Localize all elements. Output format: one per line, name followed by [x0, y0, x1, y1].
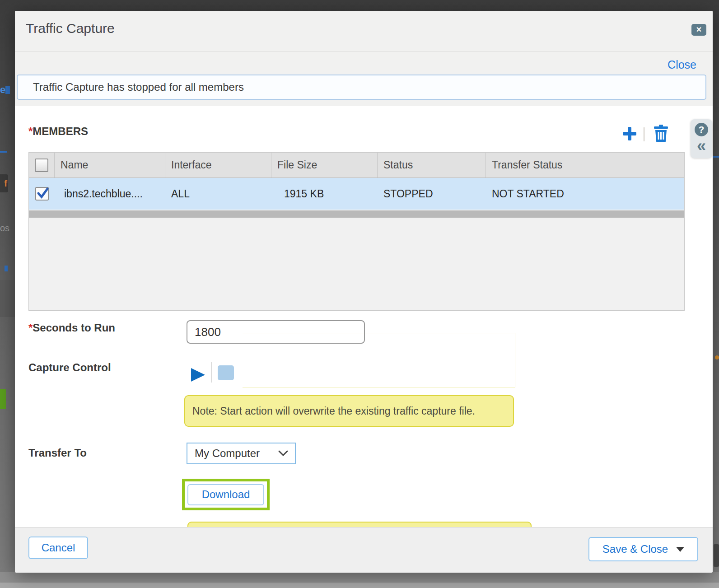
backdrop-fragment [0, 280, 15, 317]
members-section-label: *MEMBERS [28, 125, 88, 138]
column-header-interface[interactable]: Interface [165, 153, 271, 177]
select-all-cell [29, 153, 55, 177]
screen: e f os Traffic Capture ✕ Close Traffic C… [0, 0, 719, 588]
help-flyout: ? « [691, 119, 712, 158]
cell-status: STOPPED [378, 188, 486, 200]
overwrite-note: Note: Start action will overwrite the ex… [184, 395, 514, 427]
backdrop-fragment: f [0, 174, 8, 192]
seconds-to-run-label: *Seconds to Run [28, 322, 115, 334]
cell-interface: ALL [165, 188, 271, 200]
transfer-to-label: Transfer To [28, 447, 87, 459]
save-close-label: Save & Close [602, 543, 668, 555]
members-table-header: Name Interface File Size Status Transfer… [29, 153, 684, 178]
notification-banner: Traffic Capture has stopped for all memb… [17, 75, 706, 100]
check-icon [37, 187, 49, 201]
backdrop-fragment [0, 151, 7, 153]
plus-icon [622, 126, 637, 141]
capture-control-label: Capture Control [28, 361, 111, 374]
play-icon[interactable] [191, 368, 205, 382]
save-close-button[interactable]: Save & Close [588, 537, 698, 561]
chevron-down-icon [278, 450, 289, 457]
backdrop-fragment: e [0, 84, 5, 96]
backdrop-scrollbar[interactable] [714, 544, 719, 567]
overwrite-note-text: Note: Start action will overwrite the ex… [192, 405, 475, 417]
cancel-button[interactable]: Cancel [28, 537, 88, 559]
row-select-cell [29, 187, 55, 201]
toolbar-divider [644, 127, 644, 141]
table-row[interactable]: ibns2.techblue.... ALL 1915 KB STOPPED N… [29, 178, 684, 210]
required-marker: * [28, 322, 33, 334]
column-header-status[interactable]: Status [378, 153, 486, 177]
collapse-icon[interactable]: « [691, 136, 712, 155]
backdrop-fragment [715, 355, 719, 359]
close-icon[interactable]: ✕ [691, 24, 706, 36]
cell-transfer-status: NOT STARTED [486, 188, 682, 200]
notification-text: Traffic Capture has stopped for all memb… [33, 81, 244, 93]
dialog-footer: Cancel Save & Close [15, 527, 713, 573]
control-divider [211, 362, 212, 383]
members-table: Name Interface File Size Status Transfer… [28, 152, 685, 311]
cell-file-size: 1915 KB [271, 188, 378, 200]
row-checkbox[interactable] [35, 187, 49, 201]
horizontal-scrollbar[interactable] [29, 210, 684, 218]
transfer-to-value: My Computer [195, 447, 278, 460]
dialog-body: *MEMBERS [15, 106, 713, 527]
trash-icon [654, 125, 668, 142]
faded-note-outline [243, 333, 515, 387]
stop-icon[interactable] [218, 365, 234, 380]
column-header-file-size[interactable]: File Size [271, 153, 378, 177]
caret-down-icon [676, 547, 684, 552]
column-header-name[interactable]: Name [55, 153, 165, 177]
dialog-header: Traffic Capture ✕ [15, 11, 713, 52]
backdrop-band [0, 583, 719, 588]
backdrop-band [0, 572, 719, 583]
download-highlight-box: Download [182, 479, 270, 510]
transfer-to-select[interactable]: My Computer [187, 443, 296, 464]
required-marker: * [28, 125, 33, 137]
backdrop-fragment: os [0, 223, 9, 233]
help-icon[interactable]: ? [695, 123, 708, 136]
column-header-transfer-status[interactable]: Transfer Status [486, 153, 682, 177]
backdrop-fragment [0, 389, 6, 409]
cell-name: ibns2.techblue.... [55, 188, 165, 200]
dialog-title: Traffic Capture [26, 21, 115, 36]
backdrop-fragment [5, 266, 8, 271]
backdrop-fragment [713, 156, 719, 158]
close-link[interactable]: Close [668, 58, 696, 71]
members-label-text: MEMBERS [33, 125, 88, 137]
download-button[interactable]: Download [187, 484, 264, 505]
add-member-button[interactable] [622, 126, 637, 141]
backdrop-fragment [5, 86, 10, 94]
select-all-checkbox[interactable] [35, 159, 48, 172]
traffic-capture-dialog: Traffic Capture ✕ Close Traffic Capture … [15, 11, 713, 572]
delete-member-button[interactable] [654, 125, 668, 142]
clipped-note [187, 522, 532, 527]
dialog-subheader: Close Traffic Capture has stopped for al… [15, 52, 713, 106]
